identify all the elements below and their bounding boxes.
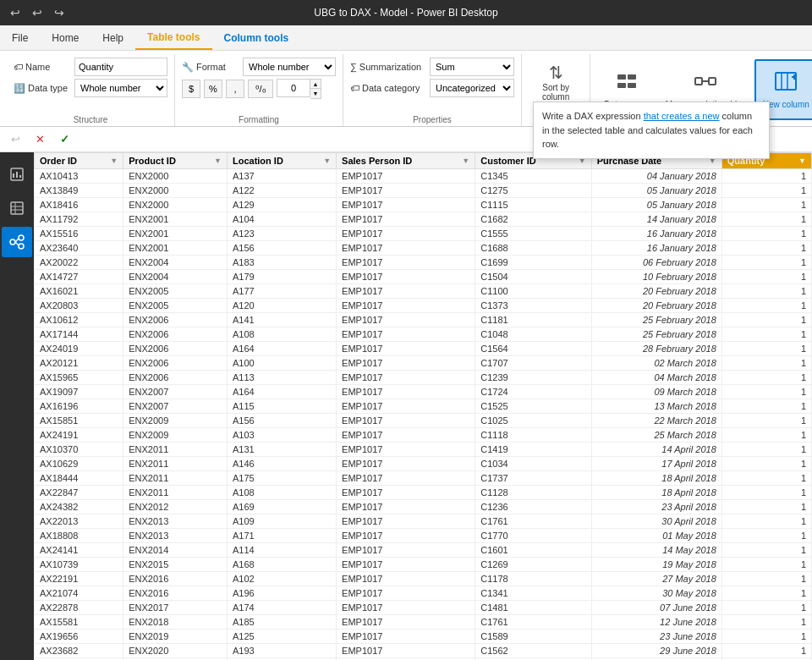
cancel-button[interactable]: ✕ bbox=[30, 130, 51, 148]
table-cell: AX15516 bbox=[35, 227, 123, 241]
table-cell: EMP1017 bbox=[337, 227, 475, 241]
table-cell: AX23682 bbox=[35, 644, 123, 658]
table-cell: EMP1017 bbox=[337, 486, 475, 500]
table-cell: A123 bbox=[227, 227, 336, 241]
table-cell: ENX2012 bbox=[123, 500, 228, 514]
currency-button[interactable]: $ bbox=[182, 80, 200, 98]
table-cell: 1 bbox=[721, 457, 811, 471]
table-row: AX24019ENX2006A164EMP1017C156428 Februar… bbox=[35, 342, 812, 356]
svg-point-20 bbox=[10, 239, 15, 245]
table-cell: C1761 bbox=[475, 615, 591, 630]
menu-table-tools[interactable]: Table tools bbox=[135, 25, 211, 50]
location-id-filter-arrow[interactable]: ▼ bbox=[323, 157, 331, 165]
quantity-filter-arrow[interactable]: ▼ bbox=[798, 157, 806, 165]
category-icon: 🏷 bbox=[350, 83, 359, 93]
datacategory-select[interactable]: Uncategorized bbox=[430, 79, 514, 97]
table-cell: A146 bbox=[227, 457, 336, 471]
table-cell: C1115 bbox=[475, 198, 591, 212]
table-row: AX20803ENX2005A120EMP1017C137320 Februar… bbox=[35, 299, 812, 313]
table-cell: 1 bbox=[721, 399, 811, 414]
percent-button[interactable]: % bbox=[204, 80, 222, 98]
table-cell: ENX2004 bbox=[123, 256, 228, 270]
table-cell: AX15581 bbox=[35, 615, 123, 630]
sidebar-data-icon[interactable] bbox=[2, 193, 32, 223]
redo-icon[interactable]: ↪ bbox=[51, 4, 68, 21]
sidebar-model-icon[interactable] bbox=[2, 227, 32, 257]
table-cell: A102 bbox=[227, 572, 336, 586]
table-cell: 1 bbox=[721, 270, 811, 284]
table-cell: ENX2006 bbox=[123, 356, 228, 371]
order-id-filter-arrow[interactable]: ▼ bbox=[110, 157, 118, 165]
table-cell: 25 February 2018 bbox=[591, 313, 721, 327]
tooltip-link[interactable]: that creates a new bbox=[644, 111, 720, 121]
table-cell: ENX2011 bbox=[123, 471, 228, 486]
table-cell: AX20121 bbox=[35, 356, 123, 371]
table-cell: EMP1017 bbox=[337, 184, 475, 198]
spin-up[interactable]: ▲ bbox=[310, 80, 321, 89]
spin-down[interactable]: ▼ bbox=[310, 89, 321, 98]
table-cell: ENX2013 bbox=[123, 529, 228, 543]
table-cell: ENX2000 bbox=[123, 198, 228, 212]
table-cell: C1589 bbox=[475, 630, 591, 644]
product-id-filter-arrow[interactable]: ▼ bbox=[214, 157, 222, 165]
summarization-select[interactable]: Sum bbox=[430, 58, 514, 76]
comma-button[interactable]: , bbox=[226, 80, 244, 98]
table-cell: C1239 bbox=[475, 371, 591, 385]
table-cell: 16 January 2018 bbox=[591, 227, 721, 241]
table-cell: 1 bbox=[721, 486, 811, 500]
titlebar: ↩ ↩ ↪ UBG to DAX - Model - Power BI Desk… bbox=[0, 0, 812, 25]
table-cell: 1 bbox=[721, 256, 811, 270]
table-cell: C1504 bbox=[475, 270, 591, 284]
table-cell: 05 January 2018 bbox=[591, 198, 721, 212]
table-row: AX11792ENX2001A104EMP1017C168214 January… bbox=[35, 212, 812, 227]
datatype-select[interactable]: Whole number bbox=[74, 79, 167, 97]
table-cell: 16 January 2018 bbox=[591, 241, 721, 256]
table-cell: 1 bbox=[721, 284, 811, 299]
table-cell: A177 bbox=[227, 284, 336, 299]
table-cell: ENX2005 bbox=[123, 284, 228, 299]
table-cell: EMP1017 bbox=[337, 169, 475, 184]
sales-person-id-filter-arrow[interactable]: ▼ bbox=[462, 157, 469, 165]
menu-help[interactable]: Help bbox=[91, 25, 135, 50]
svg-rect-16 bbox=[11, 202, 23, 214]
menu-home[interactable]: Home bbox=[40, 25, 91, 50]
confirm-button[interactable]: ✓ bbox=[54, 130, 75, 148]
table-row: AX22878ENX2017A174EMP1017C148107 June 20… bbox=[35, 601, 812, 615]
sidebar-report-icon[interactable] bbox=[2, 159, 32, 190]
menu-file[interactable]: File bbox=[0, 25, 40, 50]
table-cell: ENX2001 bbox=[123, 212, 228, 227]
datacategory-row: 🏷 Data category Uncategorized bbox=[350, 79, 514, 97]
sort-by-column-label: Sort bycolumn bbox=[542, 83, 569, 102]
table-row: AX16196ENX2007A115EMP1017C152513 March 2… bbox=[35, 399, 812, 414]
ribbon-structure-group: 🏷 Name 🔢 Data type Whole number Structur… bbox=[7, 54, 175, 126]
table-cell: ENX2011 bbox=[123, 443, 228, 457]
table-cell: EMP1017 bbox=[337, 586, 475, 601]
decimal-button[interactable]: ⁰/₀ bbox=[248, 80, 273, 98]
table-cell: ENX2009 bbox=[123, 414, 228, 428]
undo-toolbar-btn[interactable]: ↩ bbox=[5, 130, 26, 148]
table-cell: EMP1017 bbox=[337, 270, 475, 284]
table-row: AX24382ENX2012A169EMP1017C123623 April 2… bbox=[35, 500, 812, 514]
table-cell: EMP1017 bbox=[337, 342, 475, 356]
table-cell: EMP1017 bbox=[337, 457, 475, 471]
sort-by-column-btn[interactable]: ⇅ Sort bycolumn bbox=[529, 58, 583, 107]
table-cell: ENX2007 bbox=[123, 399, 228, 414]
summarization-label: ∑ Summarization bbox=[350, 62, 426, 72]
datacategory-label: 🏷 Data category bbox=[350, 83, 426, 93]
table-cell: 1 bbox=[721, 169, 811, 184]
undo-icon[interactable]: ↩ bbox=[7, 4, 24, 21]
table-cell: 18 April 2018 bbox=[591, 471, 721, 486]
table-row: AX24191ENX2009A103EMP1017C111825 March 2… bbox=[35, 428, 812, 443]
table-cell: A164 bbox=[227, 385, 336, 399]
format-select[interactable]: Whole number bbox=[243, 58, 336, 76]
table-cell: EMP1017 bbox=[337, 615, 475, 630]
table-cell: A120 bbox=[227, 299, 336, 313]
table-row: AX15965ENX2006A113EMP1017C123904 March 2… bbox=[35, 371, 812, 385]
table-cell: EMP1017 bbox=[337, 198, 475, 212]
name-input[interactable] bbox=[74, 58, 167, 76]
decimal-input[interactable] bbox=[277, 79, 310, 97]
table-row: AX10370ENX2011A131EMP1017C141914 April 2… bbox=[35, 443, 812, 457]
table-row: AX15581ENX2018A185EMP1017C176112 June 20… bbox=[35, 615, 812, 630]
menu-column-tools[interactable]: Column tools bbox=[212, 25, 301, 50]
undo2-icon[interactable]: ↩ bbox=[29, 4, 46, 21]
